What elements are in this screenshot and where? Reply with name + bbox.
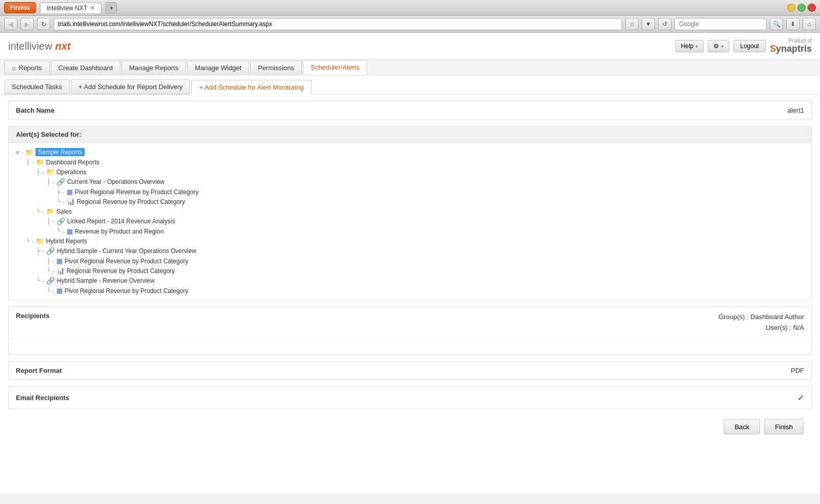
refresh-button[interactable]: ↻	[37, 18, 50, 30]
settings-button[interactable]: ⚙ ▾	[708, 40, 729, 52]
back-button[interactable]: Back	[724, 419, 760, 434]
email-recipients-label: Email Recipients	[16, 394, 69, 402]
tree-node-pivot-sales[interactable]: └ - ▦ Revenue by Product and Region	[16, 226, 804, 236]
maximize-button[interactable]	[797, 4, 806, 12]
help-button[interactable]: Help ▾	[675, 40, 704, 52]
folder-icon-0: 📁	[25, 149, 33, 156]
batch-name-value: alert1	[787, 107, 804, 114]
tab-scheduler-alerts[interactable]: Scheduler/Alerts	[303, 60, 367, 75]
folder-icon-1b: 📁	[36, 237, 44, 245]
tree-label-pivot-hybrid2: Pivot Regional Revenue by Product Catego…	[65, 287, 188, 295]
tree-node-hybrid-reports[interactable]: └ - 📁 Hybrid Reports	[16, 236, 804, 246]
folder-icon-2a: 📁	[46, 168, 54, 176]
dash-1b: -	[32, 238, 34, 244]
connector-0: ⊞	[16, 149, 19, 156]
recipients-section: Recipients Group(s) : Dashboard Author U…	[8, 306, 812, 355]
recipients-body	[9, 339, 811, 354]
download-icon[interactable]: ⬇	[786, 18, 799, 30]
tree-node-pivot-ops[interactable]: ├ - ▦ Pivot Regional Revenue by Product …	[16, 187, 804, 197]
action-bar: Back Finish	[8, 415, 812, 443]
app-header: intelliview nxt Help ▾ ⚙ ▾ Logout Produc…	[0, 33, 820, 60]
tab-manage-widget[interactable]: Manage Widget	[187, 60, 249, 75]
tree-node-sales[interactable]: └ - 📁 Sales	[16, 206, 804, 216]
finish-button[interactable]: Finish	[764, 419, 804, 434]
logo-intelliview: intelliview	[8, 40, 52, 52]
batch-name-section: Batch Name alert1	[8, 101, 812, 120]
tree-node-pivot-hybrid1[interactable]: ├ - ▦ Pivot Regional Revenue by Product …	[16, 256, 804, 266]
linked-icon-2c: 🔗	[46, 247, 55, 255]
settings-dropdown-arrow: ▾	[721, 44, 724, 49]
dash-3b: -	[52, 218, 54, 224]
search-icon[interactable]: 🔍	[770, 18, 783, 30]
pivot-icon-4c: ▦	[67, 227, 73, 235]
dash-2d: -	[42, 278, 44, 284]
sub-tab-add-schedule-report[interactable]: + Add Schedule for Report Delivery	[71, 79, 190, 94]
tree-label-hybrid-reports: Hybrid Reports	[46, 238, 87, 245]
tree-node-sample-reports[interactable]: ⊞ - 📁 Sample Reports	[16, 147, 804, 157]
tree-node-pivot-hybrid2[interactable]: └ - ▦ Pivot Regional Revenue by Product …	[16, 286, 804, 296]
tab-reports[interactable]: ⌂ Reports	[4, 60, 50, 75]
tree-label-hybrid-revenue: Hybrid Sample - Revenue Overview	[57, 277, 155, 284]
tree-node-dashboard-reports[interactable]: ├ - 📁 Dashboard Reports	[16, 157, 804, 167]
home-icon: ⌂	[12, 65, 15, 72]
tree-node-hybrid-revenue[interactable]: └ - 🔗 Hybrid Sample - Revenue Overview	[16, 276, 804, 286]
main-content: Batch Name alert1 Alert(s) Selected for:…	[0, 95, 820, 449]
dash-3a: -	[52, 179, 54, 185]
logo-nxt: nxt	[55, 40, 71, 52]
connector-1a: ├	[26, 159, 30, 166]
batch-name-label: Batch Name	[16, 107, 54, 114]
sub-tab-add-schedule-alert[interactable]: + Add Schedule for Alert Monitoring	[191, 80, 311, 95]
email-recipients-row: Email Recipients ✓	[9, 387, 811, 409]
connector-3d: └	[47, 267, 50, 275]
new-tab-button[interactable]: +	[106, 2, 117, 13]
address-bar[interactable]	[53, 18, 622, 30]
reload-icon[interactable]: ↺	[658, 18, 671, 30]
tree-node-linked-sales[interactable]: ├ - 🔗 Linked Report - 2014 Revenue Analy…	[16, 216, 804, 226]
bookmark-icon[interactable]: ▼	[642, 18, 655, 30]
tree-label-hybrid-current: Hybrid Sample - Current Year Operations …	[57, 247, 196, 255]
linked-icon-2d: 🔗	[46, 277, 55, 285]
home-nav-icon[interactable]: ⌂	[803, 18, 816, 30]
connector-2b: └	[36, 208, 40, 215]
connector-3e: └	[47, 287, 50, 295]
tree-node-bar-ops[interactable]: └ - 📊 Regional Revenue by Product Catego…	[16, 197, 804, 206]
tab-reports-label: Reports	[18, 64, 42, 72]
tree-label-sample-reports: Sample Reports	[35, 148, 85, 156]
tree-node-operations[interactable]: ├ - 📁 Operations	[16, 167, 804, 177]
alerts-header: Alert(s) Selected for:	[9, 127, 811, 143]
tab-create-dashboard[interactable]: Create Dashboard	[51, 60, 120, 75]
search-input[interactable]	[674, 18, 767, 30]
recipients-users: User(s) : N/A	[719, 323, 804, 333]
pivot-icon-4a: ▦	[67, 188, 73, 196]
recipients-label: Recipients	[16, 312, 50, 320]
close-button[interactable]	[808, 4, 816, 12]
tree-node-current-year-ops[interactable]: ├ - 🔗 Current Year - Operations Overview	[16, 177, 804, 187]
app-container: intelliview nxt Help ▾ ⚙ ▾ Logout Produc…	[0, 33, 820, 494]
back-nav-button[interactable]: ◀	[4, 18, 17, 30]
firefox-button[interactable]: Firefox	[4, 2, 36, 13]
logout-button[interactable]: Logout	[733, 40, 766, 52]
synaptris-name: Synaptris	[770, 44, 812, 54]
tree-node-hybrid-current[interactable]: ├ - 🔗 Hybrid Sample - Current Year Opera…	[16, 246, 804, 256]
tab-manage-reports[interactable]: Manage Reports	[121, 60, 186, 75]
connector-3c: ├	[47, 258, 50, 265]
tab-permissions-label: Permissions	[258, 64, 294, 72]
dash-4c: -	[63, 228, 65, 235]
tree-label-bar-ops: Regional Revenue by Product Category	[77, 198, 185, 205]
sub-tab-add-schedule-report-label: + Add Schedule for Report Delivery	[78, 83, 182, 91]
minimize-button[interactable]	[787, 4, 795, 12]
tree-label-bar-hybrid1: Regional Revenue by Product Category	[67, 267, 175, 275]
tab-manage-widget-label: Manage Widget	[195, 64, 241, 72]
sub-tab-scheduled-tasks[interactable]: Scheduled Tasks	[4, 79, 70, 94]
close-tab-icon[interactable]: ✕	[90, 5, 95, 11]
forward-nav-button[interactable]: ▶	[20, 18, 34, 30]
tree-node-bar-hybrid1[interactable]: └ - 📊 Regional Revenue by Product Catego…	[16, 266, 804, 276]
pivot-icon-3c: ▦	[56, 257, 63, 265]
bookmark-star-icon[interactable]: ☆	[625, 18, 639, 30]
bar-icon-4b: 📊	[67, 198, 75, 205]
pivot-icon-3e: ▦	[56, 287, 63, 295]
tab-permissions[interactable]: Permissions	[250, 60, 302, 75]
browser-tab[interactable]: Intelliview NXT ✕	[40, 3, 101, 13]
folder-icon-2b: 📁	[46, 207, 54, 215]
bar-icon-3d: 📊	[56, 267, 65, 275]
